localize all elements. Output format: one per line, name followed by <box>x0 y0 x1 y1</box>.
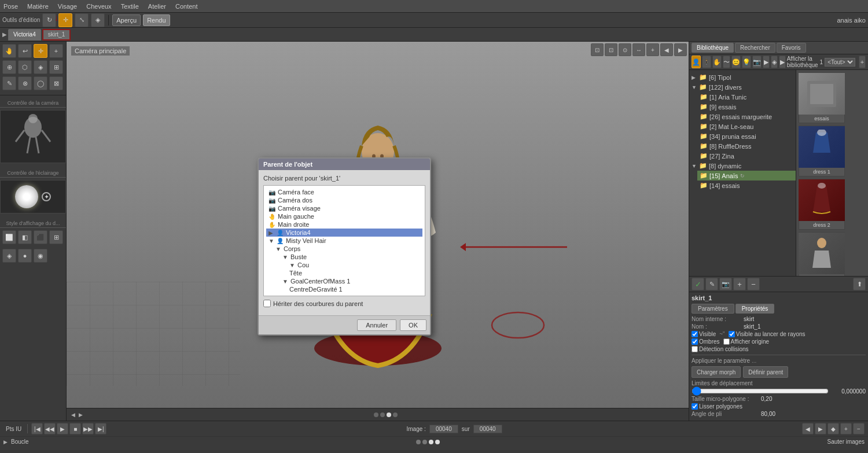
display-5[interactable]: ◈ <box>2 249 16 263</box>
charger-morph-button[interactable]: Charger morph <box>692 366 741 378</box>
display-4[interactable]: ⊞ <box>49 230 63 244</box>
tree-aria-tunic[interactable]: 📁 [1] Aria Tunic <box>697 92 796 102</box>
visible-check[interactable] <box>692 331 698 337</box>
lib-edit-btn[interactable]: ✎ <box>705 278 718 290</box>
menu-cheveux[interactable]: Cheveux <box>86 3 111 10</box>
lib-icon-pose[interactable]: 🕴 <box>702 56 711 68</box>
tool-3[interactable]: ✛ <box>34 44 47 58</box>
tl-dot-4[interactable] <box>435 440 440 444</box>
tree-tipol[interactable]: ▶ 📁 [6] Tipol <box>689 72 796 82</box>
tool-9[interactable]: ✎ <box>2 76 16 90</box>
tool-10[interactable]: ⊗ <box>18 76 32 90</box>
vp-btn-arrow-left[interactable]: ◀ <box>660 43 673 56</box>
display-1[interactable]: ⬜ <box>2 230 16 244</box>
lib-icon-material[interactable]: ◈ <box>771 56 778 68</box>
lib-icon-hair[interactable]: 〜 <box>723 56 730 68</box>
tool-morph[interactable]: ◈ <box>91 13 105 27</box>
tree-item-tete[interactable]: Tête <box>287 269 422 277</box>
tree-item-buste[interactable]: ▼ Buste <box>280 253 422 261</box>
lib-tab-bibliotheque[interactable]: Bibliothèque <box>692 43 734 53</box>
visible-rayons-check[interactable] <box>729 331 735 337</box>
tl-expand[interactable]: ▶ <box>3 439 8 445</box>
tree-divers[interactable]: ▼ 📁 [122] divers <box>689 82 796 92</box>
tool-11[interactable]: ◯ <box>34 76 47 90</box>
heriter-checkbox[interactable] <box>263 300 271 307</box>
lib-icon-camera2[interactable]: 📷 <box>752 56 762 68</box>
tl-play-back[interactable]: ◀◀ <box>44 423 56 434</box>
tl-dot-3[interactable] <box>429 440 433 444</box>
tool-2[interactable]: ↩ <box>18 44 32 58</box>
image-current-input[interactable] <box>429 425 458 433</box>
tool-12[interactable]: ⊠ <box>49 76 63 90</box>
menu-visage[interactable]: Visage <box>58 3 77 10</box>
definir-parent-button[interactable]: Définir parent <box>743 366 788 378</box>
dot-1[interactable] <box>374 413 378 417</box>
tree-item-main-gauche[interactable]: 🤚 Main gauche <box>266 212 422 220</box>
lisser-check[interactable] <box>692 403 698 410</box>
dot-2[interactable] <box>380 413 385 417</box>
tree-item-misty-veil[interactable]: ▼ 👤 Misty Veil Hair <box>266 237 422 245</box>
lib-remove-btn[interactable]: − <box>747 278 760 290</box>
tree-prunia-essai[interactable]: 📁 [34] prunia essai <box>697 131 796 141</box>
tree-item-cou[interactable]: ▼ Cou <box>287 261 422 269</box>
viewport-nav-arrow-right[interactable]: ▶ <box>79 412 83 418</box>
vp-btn-2[interactable]: ⊡ <box>605 43 617 56</box>
ombres-check[interactable] <box>692 338 698 345</box>
afficher-check[interactable] <box>723 338 730 345</box>
menu-pose[interactable]: Pose <box>3 3 18 10</box>
tool-rotate[interactable]: ↻ <box>42 13 56 27</box>
lib-icon-plus[interactable]: + <box>859 56 866 68</box>
vp-btn-4[interactable]: ↔ <box>632 43 645 56</box>
tool-1[interactable]: 🤚 <box>2 44 16 58</box>
menu-matiere[interactable]: Matière <box>27 3 49 10</box>
lib-tab-favoris[interactable]: Favoris <box>777 43 806 53</box>
tree-essais-marguerite[interactable]: 📁 [26] essais marguerite <box>697 112 796 121</box>
tool-translate[interactable]: ✛ <box>58 13 72 27</box>
image-total-input[interactable] <box>473 425 502 433</box>
tree-ruffle-dress[interactable]: 📁 [8] RuffleDress <box>697 141 796 151</box>
lib-icon-hand[interactable]: ✋ <box>712 56 722 68</box>
dot-4[interactable] <box>393 413 398 417</box>
tl-minus[interactable]: − <box>853 423 865 434</box>
thumb-dress2[interactable]: dress 2 <box>799 179 845 230</box>
menu-content[interactable]: Content <box>175 3 198 10</box>
tree-essais-2[interactable]: 📁 [14] essais <box>697 181 796 190</box>
lib-add-btn[interactable]: + <box>733 278 746 290</box>
tree-mat-le-seau[interactable]: 📁 [2] Mat Le-seau <box>697 121 796 131</box>
display-3[interactable]: ⬛ <box>34 230 47 244</box>
tool-6[interactable]: ⬡ <box>18 60 32 74</box>
tree-item-camera-face[interactable]: 📷 Caméra face <box>266 188 422 196</box>
tool-4[interactable]: + <box>49 44 63 58</box>
lib-import-btn[interactable]: ⬆ <box>853 278 866 290</box>
lib-icon-face[interactable]: 😐 <box>731 56 741 68</box>
tool-8[interactable]: ⊞ <box>49 60 63 74</box>
tree-dynamic[interactable]: ▼ 📁 [8] dynamic <box>689 161 796 171</box>
display-7[interactable]: ◉ <box>34 249 47 263</box>
tool-5[interactable]: ⊕ <box>2 60 16 74</box>
lib-checkmark-btn[interactable]: ✓ <box>692 278 704 290</box>
tree-item-centre[interactable]: CentreDeGravité 1 <box>287 285 422 293</box>
tree-essais[interactable]: 📁 [9] essais <box>697 102 796 112</box>
tl-play[interactable]: ▶ <box>57 423 68 434</box>
vp-btn-1[interactable]: ⊡ <box>591 43 604 56</box>
lib-icon-arrow[interactable]: ▶ <box>779 56 786 68</box>
viewport-nav-arrow-left[interactable]: ◀ <box>71 412 75 418</box>
lib-icon-people[interactable]: 👤 <box>692 56 701 68</box>
apercu-dropdown[interactable]: Aperçu <box>112 14 141 26</box>
thumb-essais[interactable]: essais <box>799 72 845 123</box>
tl-skip-end[interactable]: ▶| <box>95 423 106 434</box>
display-6[interactable]: ● <box>18 249 32 263</box>
lib-tab-rechercher[interactable]: Rechercher <box>735 43 775 53</box>
dot-3[interactable] <box>387 413 391 417</box>
vp-btn-5[interactable]: + <box>646 43 659 56</box>
tl-dot-1[interactable] <box>416 440 421 444</box>
lib-camera-btn[interactable]: 📷 <box>719 278 732 290</box>
dialog-tree[interactable]: 📷 Caméra face 📷 Caméra dos 📷 Caméra visa… <box>263 185 425 296</box>
tree-item-corps[interactable]: ▼ Corps <box>273 245 422 253</box>
tree-anais[interactable]: 📁 [15] Anaïs ↻ <box>697 171 796 181</box>
tree-item-victoria4[interactable]: ▶ 👤 Victoria4 <box>266 229 422 237</box>
lib-icon-light[interactable]: 💡 <box>742 56 751 68</box>
display-2[interactable]: ◧ <box>18 230 32 244</box>
scene-tab-skirt1[interactable]: skirt_1 ↓ <box>42 29 71 40</box>
menu-atelier[interactable]: Atelier <box>148 3 166 10</box>
